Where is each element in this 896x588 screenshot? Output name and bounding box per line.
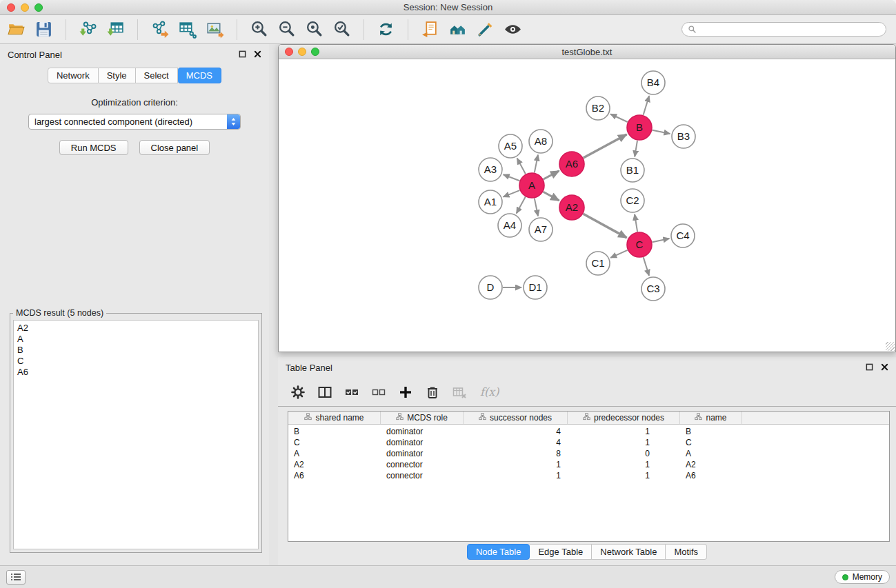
graph-edge-B-B3[interactable] [653,130,670,134]
mcds-result-item[interactable]: A6 [14,367,258,378]
run-mcds-button[interactable]: Run MCDS [59,140,128,155]
graph-edge-A-A5[interactable] [517,159,526,174]
graph-node-B4[interactable]: B4 [641,71,665,94]
column-header[interactable]: name [680,412,742,424]
graph-edge-C-C3[interactable] [644,257,649,276]
table-row[interactable]: A6connector11A6 [288,470,889,481]
graph-node-B2[interactable]: B2 [586,97,610,120]
graph-node-B1[interactable]: B1 [621,159,644,182]
graph-node-A1[interactable]: A1 [479,190,502,214]
tab-mcds[interactable]: MCDS [178,68,221,83]
annotations-icon[interactable] [476,20,495,39]
graph-node-A4[interactable]: A4 [498,214,521,237]
network-minimize-button[interactable] [298,48,306,56]
graph-node-C3[interactable]: C3 [641,277,665,301]
mcds-result-item[interactable]: A [14,334,258,345]
search-input[interactable] [700,25,880,34]
graph-edge-B-B4[interactable] [644,96,650,115]
zoom-out-icon[interactable] [277,20,296,39]
app-titlebar[interactable]: Session: New Session [0,0,896,15]
graph-edge-C-C1[interactable] [610,250,628,258]
split-columns-icon[interactable] [317,385,332,400]
graph-node-A3[interactable]: A3 [479,158,502,181]
network-window-titlebar[interactable]: testGlobe.txt [279,45,895,59]
graph-node-D1[interactable]: D1 [524,276,547,299]
graph-node-C1[interactable]: C1 [586,252,610,275]
close-panel-icon[interactable] [881,363,888,373]
new-network-table-icon[interactable] [178,20,197,39]
column-header[interactable]: shared name [288,412,381,424]
graph-node-C[interactable]: C [627,232,652,257]
graph-node-C2[interactable]: C2 [621,189,644,212]
close-panel-icon[interactable] [254,50,261,60]
clear-selection-icon[interactable] [371,385,386,400]
graph-edge-A-A6[interactable] [544,171,559,179]
network-canvas[interactable]: B4B2BB3A5A8A6B1A3AC2A1A2A4A7C4CC1C3DD1 [279,59,895,352]
graph-node-D[interactable]: D [479,276,502,299]
graph-edge-A-A1[interactable] [504,190,520,197]
graph-edge-A6-B[interactable] [584,134,627,158]
mcds-result-item[interactable]: C [14,356,258,367]
network-zoom-button[interactable] [311,48,319,56]
zoom-selected-icon[interactable] [332,20,351,39]
graph-edge-B-B1[interactable] [635,141,637,157]
tab-style[interactable]: Style [99,68,136,83]
column-header[interactable]: predecessor nodes [568,412,680,424]
refresh-network-icon[interactable] [377,20,395,39]
mcds-result-item[interactable]: B [14,345,258,356]
graph-edge-A-A7[interactable] [535,199,538,216]
add-icon[interactable] [398,385,413,400]
import-table-icon[interactable] [106,20,125,39]
graph-edge-C-C2[interactable] [635,214,637,232]
open-file-icon[interactable] [7,20,26,39]
show-hide-icon[interactable] [504,20,522,39]
export-document-icon[interactable] [421,20,439,39]
graph-node-B3[interactable]: B3 [672,125,695,148]
graph-node-B[interactable]: B [627,115,652,140]
table-row[interactable]: Cdominator41C [288,437,889,448]
graph-node-A6[interactable]: A6 [559,152,584,176]
export-image-icon[interactable] [206,20,224,39]
network-close-button[interactable] [285,48,293,56]
graph-node-A7[interactable]: A7 [529,218,552,241]
graph-edge-A2-C[interactable] [584,214,627,238]
save-session-icon[interactable] [34,20,53,39]
table-row[interactable]: Bdominator41B [288,426,889,437]
tab-motifs[interactable]: Motifs [666,544,707,560]
float-panel-icon[interactable] [239,50,246,60]
tab-node-table[interactable]: Node Table [467,544,530,560]
resize-grip[interactable] [886,342,895,351]
export-network-icon[interactable] [150,20,169,39]
graph-edge-A-A3[interactable] [504,174,520,181]
function-builder-icon[interactable]: f(x) [479,385,505,400]
zoom-in-icon[interactable] [250,20,268,39]
table-row[interactable]: A2connector11A2 [288,459,889,470]
graph-edge-C-C4[interactable] [653,239,670,242]
tab-edge-table[interactable]: Edge Table [530,544,592,560]
mcds-result-list[interactable]: A2ABCA6 [13,320,259,549]
graph-edge-A-A2[interactable] [544,192,559,201]
graph-node-A5[interactable]: A5 [499,134,522,158]
delete-table-icon[interactable] [452,385,467,400]
graph-edge-B-B2[interactable] [610,114,628,123]
mcds-result-item[interactable]: A2 [14,323,258,334]
tab-network[interactable]: Network [48,68,99,83]
graph-node-C4[interactable]: C4 [671,224,695,247]
graph-edge-A-A8[interactable] [535,155,538,173]
network-graph[interactable]: B4B2BB3A5A8A6B1A3AC2A1A2A4A7C4CC1C3DD1 [279,59,895,352]
home-icon[interactable] [448,20,467,39]
optimization-criterion-dropdown[interactable]: largest connected component (directed) [28,114,241,130]
graph-edge-A-A4[interactable] [517,197,526,214]
graph-node-A2[interactable]: A2 [559,195,584,220]
search-box[interactable] [681,22,886,37]
graph-node-A[interactable]: A [519,173,544,198]
delete-icon[interactable] [425,385,440,400]
table-row[interactable]: Adominator80A [288,448,889,459]
zoom-fit-icon[interactable] [305,20,323,39]
close-panel-button[interactable]: Close panel [139,140,210,155]
task-history-button[interactable] [6,570,26,585]
settings-icon[interactable] [290,385,306,400]
column-header[interactable]: MCDS role [381,412,464,424]
float-panel-icon[interactable] [866,363,873,373]
graph-node-A8[interactable]: A8 [529,130,552,153]
